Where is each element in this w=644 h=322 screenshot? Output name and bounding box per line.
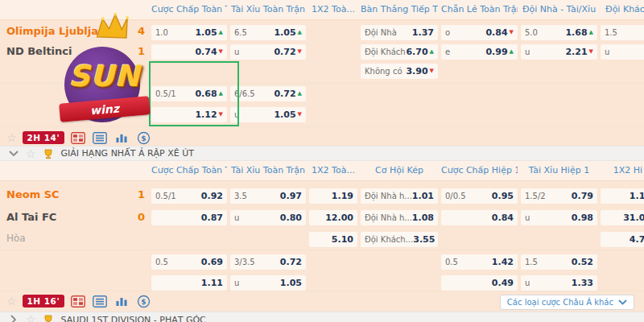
league-header[interactable]: ☆ SAUDI 1ST DIVISION - PHẠT GÓC [0,312,644,322]
trend-up-icon: ▲ [589,30,593,35]
odds-cell[interactable]: 6/6.50.72▲ [230,86,306,101]
trend-down-icon: ▼ [219,49,223,55]
odds-cell[interactable]: u1.33 [521,275,597,291]
pitch-tracker-icon[interactable] [70,131,86,145]
column-header: Cơ Hội Kép [361,165,438,178]
cashout-icon[interactable]: $ [135,295,151,308]
column-header: Bàn Thắng Tiếp Th... [361,4,438,17]
favorite-star-icon[interactable]: ☆ [6,132,17,143]
team-score: 1 [129,188,145,200]
odds-cell[interactable]: o0.84▼ [441,25,518,40]
trend-down-icon: ▼ [298,49,302,55]
odds-cell[interactable]: u2.21▼ [521,44,597,60]
odds-value: 12.00 [325,213,353,223]
odds-value: 0.79 [572,191,593,201]
odds-cell[interactable]: 1.50.52 [521,254,597,270]
odds-cell[interactable]: 0.87 [151,210,227,225]
handicap-line: Đội Khách [365,47,406,56]
column-header: Chẵn Lẻ Toàn Trận [441,4,518,17]
stats-chart-icon[interactable] [114,131,130,145]
handicap-line: Không có [365,67,402,76]
dropdown-label: Các loại cược Châu Á khác [507,298,613,307]
odds-value: 1.05 [195,27,217,38]
odds-cell[interactable]: u1.05 [230,275,306,291]
column-header: 1X2 Toà... [309,165,357,178]
odds-cell[interactable]: u [601,44,644,60]
odds-cell[interactable]: 0.84 [441,210,518,225]
odds-value: 1.08 [412,213,434,223]
odds-cell[interactable]: 1.14 [601,188,644,204]
divider [0,250,644,250]
odds-value: 6.70 [406,47,427,57]
handicap-line: 0/0.5 [445,192,466,200]
column-header: Cược Chấp Hiệp 1 [441,165,518,178]
handicap-line: u [234,213,239,222]
odds-cell[interactable]: 5.01.68▲ [521,25,597,40]
league-title: SAUDI 1ST DIVISION - PHẠT GÓC [61,315,206,322]
handicap-line: u [525,279,530,287]
odds-cell[interactable]: Đội Nhà1.37 [361,25,438,40]
team-score: 0 [129,211,145,223]
odds-cell[interactable]: 31.00 [601,210,644,225]
match-time-badge: 1H 16' [23,295,65,308]
odds-cell[interactable]: 4.70 [601,232,644,247]
favorite-star-icon[interactable]: ☆ [6,295,17,307]
odds-cell[interactable]: 1.5/20.79 [521,188,597,204]
logo-text: SUN [63,60,147,93]
odds-cell[interactable]: Đội Nhà h...1.08 [361,210,438,225]
odds-cell[interactable]: 6.51.05▲ [230,25,306,40]
market-board-icon[interactable] [92,131,108,145]
odds-cell[interactable]: 0.50.69 [151,254,227,270]
odds-cell[interactable]: 0.51.42 [441,254,518,270]
favorite-star-icon[interactable]: ☆ [26,148,36,159]
handicap-line: Đội Nhà h... [365,213,412,222]
odds-value: 0.74 [195,47,217,57]
chevron-right-icon[interactable] [8,313,19,322]
odds-value: 0.97 [280,191,302,201]
other-asian-bets-dropdown[interactable]: Các loại cược Châu Á khác [500,295,634,310]
odds-cell[interactable]: u0.80 [230,210,306,225]
team-name-away: Al Tai FC [6,211,56,223]
pitch-tracker-icon[interactable] [70,295,86,308]
odds-cell[interactable]: 0/0.50.95 [441,188,518,204]
odds-cell[interactable]: 0.5/10.92 [151,188,227,204]
betting-odds-panel: ☆ 2H 14' $ ☆ GIẢI HẠNG NHẤT Ả RẬP XÊ ÚT … [0,0,644,322]
favorite-star-icon[interactable]: ☆ [26,314,36,322]
odds-cell[interactable]: e0.99▲ [441,44,518,60]
odds-cell[interactable]: 5.10 [309,232,357,247]
odds-value: 1.01 [412,191,434,201]
odds-cell[interactable]: Không có3.90▼ [361,64,438,79]
odds-cell[interactable]: 1.5 [601,25,644,40]
odds-value: 0.72 [274,47,295,57]
odds-cell[interactable]: u0.98 [521,210,597,225]
cashout-icon[interactable]: $ [135,131,151,145]
odds-value: 3.55 [413,234,435,245]
trend-down-icon: ▼ [589,49,593,55]
odds-cell[interactable]: Đội Khách...3.55 [361,232,438,247]
odds-cell[interactable]: 1.11 [151,275,227,291]
odds-cell[interactable]: 1.19 [309,188,357,204]
handicap-line: 3.5 [234,192,247,200]
odds-cell[interactable]: 3/3.50.72 [230,254,306,270]
market-board-icon[interactable] [92,295,108,308]
league-header[interactable]: ☆ GIẢI HẠNG NHẤT Ả RẬP XÊ ÚT [0,146,644,161]
odds-cell[interactable]: u0.72▼ [230,44,306,60]
odds-cell[interactable]: 3.50.97 [230,188,306,204]
odds-value: 3.90 [406,66,427,76]
chevron-down-icon[interactable] [8,147,19,160]
odds-cell[interactable]: u1.05▼ [230,107,306,122]
odds-cell[interactable]: 0.74▼ [151,44,227,60]
stats-chart-icon[interactable] [114,295,130,308]
trend-up-icon: ▲ [298,30,302,35]
odds-cell[interactable]: 12.00 [309,210,357,225]
odds-cell[interactable]: 0.49 [441,275,518,291]
trend-up-icon: ▲ [430,49,434,55]
odds-value: 1.37 [412,27,434,38]
handicap-line: u [525,47,530,56]
odds-cell[interactable]: Đội Khách6.70▲ [361,44,438,60]
odds-cell[interactable]: Đội Nhà h...1.01 [361,188,438,204]
odds-value: 0.72 [274,89,295,99]
odds-value: 2.21 [565,47,587,57]
odds-cell[interactable]: 1.01.05▲ [151,25,227,40]
column-header: Cược Chấp Toàn T... [151,165,227,178]
